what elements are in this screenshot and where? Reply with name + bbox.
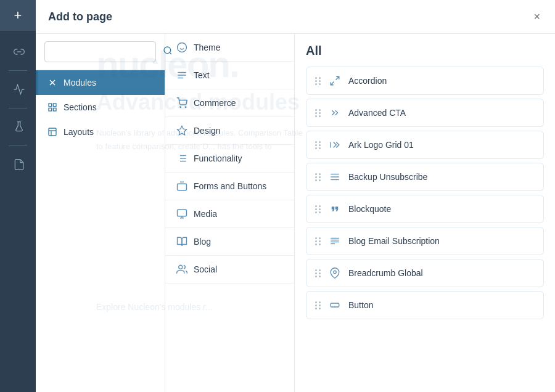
search-input-wrapper[interactable]	[44, 41, 156, 62]
category-functionality[interactable]: Functionality	[165, 145, 294, 173]
module-button-label: Button	[348, 300, 373, 310]
sidebar-item-pages[interactable]	[0, 38, 36, 65]
category-media[interactable]: Media	[165, 200, 294, 228]
module-backup-label: Backup Unsubscribe	[348, 172, 427, 182]
module-ark-label: Ark Logo Grid 01	[348, 140, 414, 150]
category-blog[interactable]: Blog	[165, 228, 294, 256]
module-blockquote[interactable]: Blockquote	[306, 195, 544, 223]
blog-email-icon	[327, 234, 342, 248]
module-accordion[interactable]: Accordion	[306, 67, 544, 95]
plus-icon: +	[14, 7, 22, 23]
svg-rect-9	[53, 108, 56, 111]
sidebar-nav-items	[0, 31, 36, 178]
module-backup-unsubscribe[interactable]: Backup Unsubscribe	[306, 163, 544, 191]
module-accordion-label: Accordion	[348, 76, 387, 86]
category-social[interactable]: Social	[165, 256, 294, 284]
modal-body: Modules Sections Layouts	[36, 34, 555, 392]
module-breadcrumb-label: Breadcrumb Global	[348, 268, 423, 278]
svg-rect-43	[331, 303, 339, 307]
categories-panel: Theme Text Commerce	[165, 34, 295, 392]
drag-handle-backup	[315, 173, 321, 181]
modules-panel: All Accordion	[295, 34, 555, 392]
search-input[interactable]	[51, 47, 159, 57]
nav-divider-1	[9, 70, 27, 71]
module-blockquote-label: Blockquote	[348, 204, 391, 214]
blockquote-icon	[327, 202, 342, 216]
add-button[interactable]: +	[0, 0, 36, 31]
drag-handle-button	[315, 301, 321, 309]
left-sidebar: +	[0, 0, 36, 392]
module-blog-email-subscription[interactable]: Blog Email Subscription	[306, 227, 544, 255]
accordion-icon	[327, 73, 342, 88]
category-design[interactable]: Design	[165, 117, 294, 145]
svg-marker-20	[178, 126, 187, 135]
svg-rect-6	[49, 104, 52, 107]
drag-handle-blog-email	[315, 237, 321, 245]
drag-handle-accordion	[315, 77, 321, 85]
ark-icon	[327, 137, 342, 152]
drag-handle-breadcrumb	[315, 269, 321, 277]
drag-handle-blockquote	[315, 205, 321, 213]
nav-item-layouts[interactable]: Layouts	[36, 120, 165, 144]
module-advanced-cta[interactable]: Advanced CTA	[306, 99, 544, 127]
module-advanced-cta-label: Advanced CTA	[348, 108, 406, 118]
module-list: Accordion Advanced CTA	[306, 67, 544, 319]
category-text[interactable]: Text	[165, 62, 294, 89]
module-ark-logo-grid[interactable]: Ark Logo Grid 01	[306, 131, 544, 159]
svg-line-33	[331, 82, 334, 85]
panel-title: All	[306, 44, 544, 58]
button-icon	[327, 298, 342, 312]
svg-rect-27	[178, 184, 187, 190]
left-panel: Modules Sections Layouts	[36, 34, 165, 392]
breadcrumb-icon	[327, 266, 342, 280]
svg-point-18	[180, 107, 181, 108]
advanced-cta-icon	[327, 105, 342, 120]
module-blog-email-label: Blog Email Subscription	[348, 236, 440, 246]
nav-divider-3	[9, 145, 27, 146]
sidebar-item-lab[interactable]	[0, 113, 36, 141]
search-box	[36, 34, 165, 70]
category-forms-and-buttons[interactable]: Forms and Buttons	[165, 173, 294, 200]
backup-icon	[327, 169, 342, 184]
sidebar-item-analytics[interactable]	[0, 76, 36, 103]
nav-item-sections[interactable]: Sections	[36, 95, 165, 120]
svg-rect-10	[49, 128, 56, 136]
nav-divider-2	[9, 108, 27, 108]
drag-handle-advanced-cta	[315, 109, 321, 117]
svg-rect-8	[49, 108, 52, 111]
category-theme[interactable]: Theme	[165, 34, 294, 62]
svg-rect-7	[53, 104, 56, 107]
svg-point-31	[179, 265, 183, 269]
close-button[interactable]: ×	[531, 9, 543, 25]
svg-rect-28	[178, 210, 187, 216]
modal-header: Add to page ×	[36, 0, 555, 34]
modal-title: Add to page	[48, 10, 112, 23]
drag-handle-ark	[315, 141, 321, 149]
svg-line-32	[336, 76, 339, 80]
svg-point-42	[334, 271, 337, 274]
module-button[interactable]: Button	[306, 291, 544, 319]
sidebar-item-pages2[interactable]	[0, 151, 36, 178]
category-commerce[interactable]: Commerce	[165, 89, 294, 117]
svg-point-19	[185, 107, 186, 108]
add-to-page-modal: nucleon. Advanced modules Nucleon's libr…	[36, 0, 555, 392]
module-breadcrumb-global[interactable]: Breadcrumb Global	[306, 259, 544, 287]
nav-item-modules[interactable]: Modules	[36, 70, 165, 95]
module-nav-list: Modules Sections Layouts	[36, 70, 165, 392]
